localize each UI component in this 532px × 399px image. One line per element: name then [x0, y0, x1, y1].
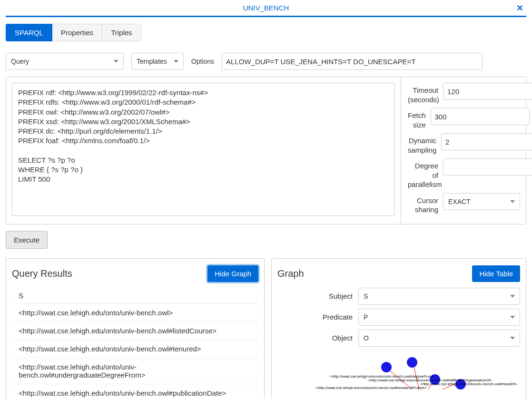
graph-title: Graph — [277, 268, 304, 279]
subject-label: Subject — [277, 292, 358, 300]
results-row: Query Results Hide Graph S <http://swat.… — [6, 258, 526, 399]
editor-panel — [6, 77, 401, 224]
object-value: O — [364, 334, 369, 342]
tab-sparql[interactable]: SPARQL — [6, 24, 52, 41]
header: UNIV_BENCH ✕ — [6, 0, 526, 17]
query-controls-row: Query Templates Options — [6, 53, 526, 70]
options-input[interactable] — [222, 53, 483, 70]
table-row[interactable]: <http://swat.cse.lehigh.edu/onto/univ-be… — [12, 322, 258, 340]
graph-node-label: <http://swat.cse.lehigh.edu/onto/univ-be… — [315, 386, 426, 389]
table-row[interactable]: <http://swat.cse.lehigh.edu/onto/univ-be… — [12, 304, 258, 322]
predicate-label: Predicate — [277, 313, 358, 321]
options-label: Options — [191, 58, 214, 65]
dynamic-sampling-label: Dynamic sampling — [408, 133, 441, 155]
graph-node-label: <http://swat.cse.lehigh.edu/onto/univ-be… — [420, 382, 517, 386]
hide-graph-button[interactable]: Hide Graph — [207, 265, 258, 282]
page-title: UNIV_BENCH — [243, 4, 289, 12]
templates-select-label: Templates — [137, 58, 167, 65]
close-icon[interactable]: ✕ — [516, 3, 523, 13]
results-column-header: S — [12, 288, 258, 304]
graph-node[interactable] — [407, 357, 417, 368]
tab-triples[interactable]: Triples — [102, 24, 141, 41]
parallelism-input[interactable] — [443, 158, 532, 175]
graph-visualization[interactable]: <http://swat.cse.lehigh.edu/onto/univ-be… — [277, 356, 520, 389]
query-results-title: Query Results — [12, 268, 72, 279]
table-row[interactable]: <http://swat.cse.lehigh.edu/onto/univ-be… — [12, 340, 258, 358]
query-select-label: Query — [11, 58, 29, 65]
predicate-value: P — [364, 313, 368, 321]
predicate-select[interactable]: P — [358, 309, 520, 326]
templates-select[interactable]: Templates — [131, 53, 184, 70]
table-row[interactable]: <http://swat.cse.lehigh.edu/onto/univ-be… — [12, 384, 258, 399]
chevron-down-icon — [510, 295, 515, 298]
chevron-down-icon — [510, 337, 515, 340]
query-select[interactable]: Query — [6, 53, 124, 70]
cursor-sharing-value: EXACT — [448, 198, 471, 205]
chevron-down-icon — [510, 316, 515, 319]
object-label: Object — [277, 334, 358, 342]
dynamic-sampling-input[interactable] — [441, 133, 532, 150]
tabs: SPARQL Properties Triples — [6, 24, 526, 41]
timeout-input[interactable] — [443, 83, 532, 100]
parallelism-label: Degree of parallelism — [408, 158, 443, 189]
cursor-sharing-select[interactable]: EXACT — [443, 193, 520, 210]
table-row[interactable]: <http://swat.cse.lehigh.edu/onto/univ-be… — [12, 358, 258, 384]
subject-select[interactable]: S — [358, 288, 520, 305]
query-results-card: Query Results Hide Graph S <http://swat.… — [6, 258, 265, 399]
object-select[interactable]: O — [358, 330, 520, 347]
fetch-size-label: Fetch size — [408, 108, 431, 129]
side-panel: Timeout (seconds) Fetch size Dynamic sam… — [401, 77, 526, 224]
tab-properties[interactable]: Properties — [52, 24, 102, 41]
graph-card: Graph Hide Table Subject S Predicate P — [271, 258, 526, 399]
fetch-size-input[interactable] — [431, 108, 530, 125]
graph-node[interactable] — [381, 362, 392, 372]
timeout-label: Timeout (seconds) — [408, 83, 443, 104]
execute-button[interactable]: Execute — [6, 231, 48, 249]
editor-panels: Timeout (seconds) Fetch size Dynamic sam… — [6, 77, 526, 224]
cursor-sharing-label: Cursor sharing — [408, 193, 443, 214]
chevron-down-icon — [114, 60, 118, 63]
sparql-editor[interactable] — [12, 83, 395, 216]
graph-controls: Subject S Predicate P Object — [277, 288, 520, 347]
hide-table-button[interactable]: Hide Table — [472, 265, 520, 282]
subject-value: S — [364, 292, 368, 300]
chevron-down-icon — [510, 200, 515, 203]
chevron-down-icon — [174, 60, 178, 63]
